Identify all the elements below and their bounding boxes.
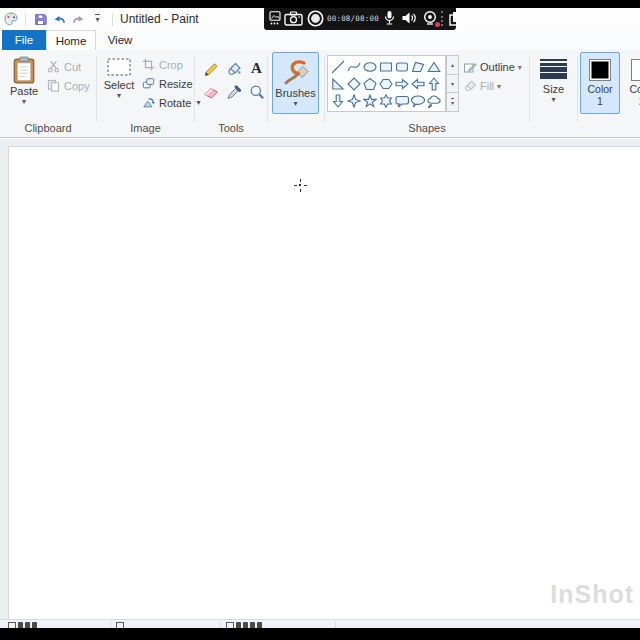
pencil-icon[interactable] bbox=[200, 58, 221, 79]
shape-hexagon[interactable] bbox=[378, 75, 394, 92]
copy-button[interactable]: Copy bbox=[47, 77, 90, 94]
recording-timer: 00:08/08:00 bbox=[327, 14, 379, 23]
color2-button[interactable]: Color 2 bbox=[622, 52, 640, 114]
shape-arrow-down[interactable] bbox=[330, 92, 346, 109]
color-picker-icon[interactable] bbox=[223, 81, 244, 102]
crop-icon bbox=[142, 58, 155, 71]
shape-callout-cloud[interactable] bbox=[426, 92, 442, 109]
record-icon[interactable] bbox=[307, 10, 324, 27]
outline-label: Outline bbox=[480, 61, 515, 73]
eraser-icon[interactable] bbox=[200, 81, 221, 102]
redo-icon[interactable] bbox=[71, 12, 86, 27]
webcam-active-badge bbox=[435, 22, 440, 27]
shape-arrow-right[interactable] bbox=[394, 75, 410, 92]
resize-button[interactable]: Resize bbox=[142, 75, 193, 92]
shape-ellipse[interactable] bbox=[362, 58, 378, 75]
paint-window: ▾ Untitled - Paint File Home View Paste … bbox=[0, 8, 640, 628]
shape-star-5[interactable] bbox=[362, 92, 378, 109]
fill-icon bbox=[463, 79, 477, 93]
paste-label: Paste bbox=[10, 85, 38, 97]
color1-label: Color 1 bbox=[587, 83, 612, 107]
customize-caret-icon[interactable]: ▾ bbox=[90, 12, 105, 27]
clipboard-group-label: Clipboard bbox=[0, 122, 96, 134]
color2-swatch bbox=[631, 59, 640, 81]
shape-rounded-rectangle[interactable] bbox=[394, 58, 410, 75]
tab-view[interactable]: View bbox=[96, 30, 144, 50]
drawing-canvas[interactable] bbox=[8, 146, 640, 621]
divider bbox=[25, 13, 26, 26]
webcam-icon[interactable] bbox=[422, 10, 438, 26]
shape-callout-oval[interactable] bbox=[410, 92, 426, 109]
line-size-icon bbox=[540, 56, 567, 82]
quick-access-toolbar: ▾ bbox=[3, 12, 116, 27]
select-rectangle-icon bbox=[106, 56, 132, 78]
screen-window-icon[interactable] bbox=[448, 10, 465, 27]
ribbon-tabs: File Home View bbox=[0, 30, 640, 50]
shape-polygon[interactable] bbox=[410, 58, 426, 75]
fill-with-color-icon[interactable] bbox=[223, 58, 244, 79]
chevron-down-icon: ▾ bbox=[497, 82, 501, 91]
shape-triangle[interactable] bbox=[426, 58, 442, 75]
shape-diamond[interactable] bbox=[346, 75, 362, 92]
shape-curve[interactable] bbox=[346, 58, 362, 75]
screen-recorder-toolbar: 00:08/08:00 bbox=[264, 6, 456, 30]
crop-button[interactable]: Crop bbox=[142, 56, 183, 73]
group-clipboard: Paste ▾ Cut Copy Clipboard bbox=[0, 50, 96, 137]
paint-app-icon bbox=[3, 12, 18, 27]
select-label: Select bbox=[104, 79, 135, 91]
window-title: Untitled - Paint bbox=[120, 12, 199, 26]
rotate-button[interactable]: Rotate ▾ bbox=[142, 94, 200, 111]
outline-button[interactable]: Outline ▾ bbox=[463, 60, 522, 74]
brushes-button[interactable]: Brushes ▾ bbox=[272, 52, 319, 114]
shapes-group-label: Shapes bbox=[325, 122, 529, 134]
size-label: Size bbox=[543, 83, 564, 95]
tab-file[interactable]: File bbox=[2, 30, 46, 50]
shapes-gallery-expand-icon[interactable]: ▾ bbox=[446, 93, 459, 112]
cut-button[interactable]: Cut bbox=[47, 58, 81, 75]
chevron-down-icon: ▾ bbox=[518, 63, 522, 72]
fill-label: Fill bbox=[480, 80, 494, 92]
shape-right-triangle[interactable] bbox=[330, 75, 346, 92]
shape-arrow-up[interactable] bbox=[426, 75, 442, 92]
shapes-scroll-strip: ▴ ▾ ▾ bbox=[446, 55, 459, 112]
resize-label: Resize bbox=[159, 78, 193, 90]
text-tool-icon[interactable]: A bbox=[246, 58, 267, 79]
chevron-down-icon: ▾ bbox=[117, 92, 121, 100]
shape-callout-rounded[interactable] bbox=[394, 92, 410, 109]
magnifier-icon[interactable] bbox=[246, 81, 267, 102]
fill-button[interactable]: Fill ▾ bbox=[463, 79, 501, 93]
microphone-icon[interactable] bbox=[383, 10, 396, 26]
screenshot-camera-icon[interactable] bbox=[284, 11, 303, 26]
brush-icon bbox=[281, 56, 311, 86]
tab-home[interactable]: Home bbox=[46, 30, 96, 50]
save-icon[interactable] bbox=[33, 12, 48, 27]
status-bar bbox=[0, 619, 640, 628]
shape-star-6[interactable] bbox=[378, 92, 394, 109]
shape-pentagon[interactable] bbox=[362, 75, 378, 92]
select-button[interactable]: Select ▾ bbox=[98, 52, 140, 116]
color2-label: Color 2 bbox=[629, 83, 640, 107]
group-shapes: ▴ ▾ ▾ Outline ▾ Fill ▾ Shapes bbox=[325, 50, 529, 137]
shape-arrow-left[interactable] bbox=[410, 75, 426, 92]
shape-star-4[interactable] bbox=[346, 92, 362, 109]
shapes-scroll-up-icon[interactable]: ▴ bbox=[446, 55, 459, 75]
shape-rectangle[interactable] bbox=[378, 58, 394, 75]
cut-label: Cut bbox=[64, 61, 81, 73]
rotate-icon bbox=[142, 96, 155, 109]
undo-icon[interactable] bbox=[52, 12, 67, 27]
speaker-icon[interactable] bbox=[401, 11, 417, 25]
color1-swatch bbox=[589, 59, 611, 81]
screen: ▾ Untitled - Paint File Home View Paste … bbox=[0, 0, 640, 640]
shapes-scroll-down-icon[interactable]: ▾ bbox=[446, 75, 459, 94]
color1-button[interactable]: Color 1 bbox=[580, 52, 620, 114]
crop-label: Crop bbox=[159, 59, 183, 71]
clipboard-icon bbox=[12, 56, 36, 84]
brushes-label: Brushes bbox=[275, 87, 315, 99]
paste-button[interactable]: Paste ▾ bbox=[2, 52, 46, 116]
copy-label: Copy bbox=[64, 80, 90, 92]
rotate-label: Rotate bbox=[159, 97, 191, 109]
gallery-icon[interactable] bbox=[269, 11, 281, 26]
shape-line[interactable] bbox=[330, 58, 346, 75]
watermark: InShot bbox=[550, 580, 634, 609]
size-button[interactable]: Size ▾ bbox=[532, 52, 575, 116]
